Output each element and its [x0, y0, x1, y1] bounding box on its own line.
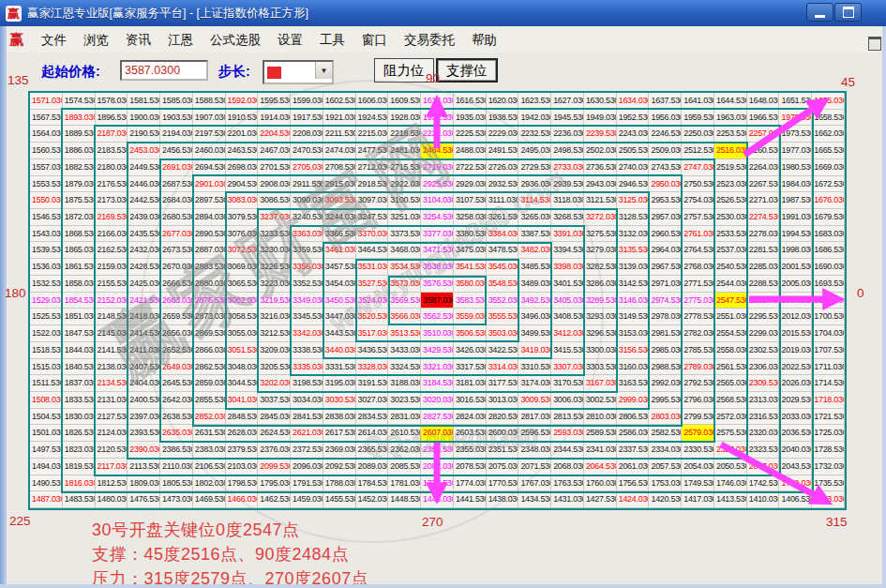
grid-cell: 2253.5300	[714, 126, 747, 143]
grid-cell: 2540.5300	[714, 259, 747, 276]
grid-cell: 2873.0300	[193, 309, 226, 325]
grid-cell: 2491.5300	[487, 143, 519, 159]
grid-cell: 1662.0300	[812, 126, 845, 143]
grid-cell: 1693.5300	[812, 276, 845, 293]
resistance-button[interactable]: 阻力位	[374, 58, 434, 83]
grid-cell: 2813.5300	[551, 409, 584, 426]
grid-cell: 3205.5300	[258, 359, 291, 376]
grid-cell: 1861.5300	[63, 259, 96, 276]
grid-cell: 3436.5300	[356, 342, 389, 359]
grid-cell: 2929.0300	[454, 176, 487, 193]
grid-cell: 3300.0300	[584, 342, 617, 359]
grid-cell: 1854.5300	[63, 293, 96, 309]
grid-cell: 1581.5300	[128, 93, 160, 110]
menu-item-公式选股[interactable]: 公式选股	[202, 29, 269, 51]
chevron-down-icon[interactable]: ▼	[315, 62, 332, 79]
window-title: 赢家江恩专业版[赢家服务平台] - [上证指数价格正方形]	[27, 6, 308, 22]
grid-cell: 3212.5300	[258, 325, 291, 342]
grid-cell: 3163.5300	[617, 375, 650, 392]
grid-cell: 2603.5300	[454, 425, 487, 442]
grid-cell: 1676.0300	[812, 192, 845, 209]
grid-cell: 2554.5300	[714, 325, 747, 342]
grid-cell: 2568.5300	[714, 392, 747, 409]
grid-cell: 2197.5300	[193, 126, 226, 143]
start-price-input[interactable]	[120, 60, 208, 81]
step-select[interactable]: ▼	[263, 60, 334, 84]
grid-cell: 1529.0300	[30, 293, 63, 309]
grid-cell: 3457.5300	[323, 259, 356, 276]
grid-cell: 2274.5300	[747, 209, 780, 226]
grid-cell: 2736.5300	[584, 159, 617, 176]
grid-cell: 3377.0300	[421, 226, 454, 243]
menu-item-资讯[interactable]: 资讯	[117, 29, 159, 51]
menu-item-浏览[interactable]: 浏览	[75, 29, 117, 51]
menu-item-帮助[interactable]: 帮助	[463, 29, 505, 51]
menu-item-窗口[interactable]: 窗口	[353, 29, 396, 51]
menu-item-文件[interactable]: 文件	[33, 29, 75, 51]
minimize-button[interactable]	[806, 3, 833, 22]
grid-cell: 1483.5300	[63, 491, 96, 508]
menu-items: 文件浏览资讯江恩公式选股设置工具窗口交易委托帮助	[33, 31, 505, 49]
grid-cell: 2533.5300	[714, 226, 747, 243]
support-button[interactable]: 支撑位	[436, 58, 498, 83]
grid-cell: 1571.0300	[30, 93, 63, 110]
grid-cell: 2225.5300	[454, 126, 487, 143]
grid-cell: 3513.5300	[388, 325, 421, 342]
grid-cell: 3093.5300	[323, 192, 356, 209]
maximize-button[interactable]	[834, 3, 862, 22]
grid-cell: 1613.0300	[421, 93, 454, 110]
grid-cell: 2355.0300	[454, 442, 487, 459]
grid-cell: 2050.5300	[714, 459, 747, 475]
grid-cell: 1490.5300	[30, 475, 63, 492]
grid-cell: 2701.5300	[258, 159, 291, 176]
grid-cell: 1557.0300	[30, 159, 63, 176]
grid-cell: 1644.5300	[714, 93, 747, 110]
grid-cell: 1770.5300	[487, 475, 519, 492]
grid-cell: 2467.0300	[258, 143, 291, 159]
grid-cell: 2509.0300	[649, 143, 682, 159]
grid-cell: 2299.0300	[747, 325, 780, 342]
grid-cell: 2194.0300	[160, 126, 193, 143]
grid-cell: 3559.0300	[454, 309, 487, 325]
grid-cell: 2498.5300	[551, 143, 584, 159]
grid-cell: 2176.5300	[96, 176, 128, 193]
menu-item-工具[interactable]: 工具	[311, 29, 353, 51]
grid-cell: 3307.0300	[551, 359, 584, 376]
grid-cell: 2365.5300	[356, 442, 389, 459]
grid-cell: 2806.5300	[617, 409, 650, 426]
grid-cell: 1651.5300	[779, 93, 812, 110]
menu-item-江恩[interactable]: 江恩	[159, 29, 202, 51]
grid-cell: 3013.0300	[487, 392, 519, 409]
grid-cell: 1966.5300	[747, 110, 780, 127]
grid-cell: 2866.0300	[193, 342, 226, 359]
minimize-icon	[815, 15, 825, 18]
grid-cell: 1672.5300	[812, 176, 845, 193]
grid-cell: 1417.0300	[682, 491, 714, 508]
grid-cell: 1504.5300	[30, 409, 63, 426]
grid-cell: 1760.0300	[584, 475, 617, 492]
grid-cell-highlight-0: 2547.5300	[714, 293, 747, 309]
grid-cell: 2155.5300	[96, 276, 128, 293]
grid-cell: 1963.0300	[714, 110, 747, 127]
grid-cell: 2337.5300	[617, 442, 650, 459]
grid-cell: 1837.0300	[63, 375, 96, 392]
grid-cell: 3569.5300	[388, 293, 421, 309]
grid-cell: 1518.5300	[30, 342, 63, 359]
grid-cell: 3149.5300	[617, 309, 650, 325]
grid-cell: 2393.5300	[128, 425, 160, 442]
grid-cell: 2089.0300	[356, 459, 389, 475]
grid-cell: 1896.5300	[96, 110, 128, 127]
grid-cell: 2687.5300	[160, 176, 193, 193]
grid-cell: 3037.5300	[258, 392, 291, 409]
grid-cell: 2106.5300	[193, 459, 226, 475]
mdi-child-window-icon[interactable]	[868, 37, 881, 51]
menu-item-交易委托[interactable]: 交易委托	[396, 29, 463, 51]
grid-cell: 2120.5300	[96, 442, 128, 459]
grid-cell: 3580.0300	[454, 276, 487, 293]
grid-cell: 3552.0300	[487, 293, 519, 309]
grid-cell: 3202.0300	[258, 375, 291, 392]
grid-cell: 1522.0300	[30, 325, 63, 342]
menu-item-设置[interactable]: 设置	[269, 29, 311, 51]
grid-cell: 2068.0300	[551, 459, 584, 475]
grid-cell: 2834.5300	[356, 409, 389, 426]
